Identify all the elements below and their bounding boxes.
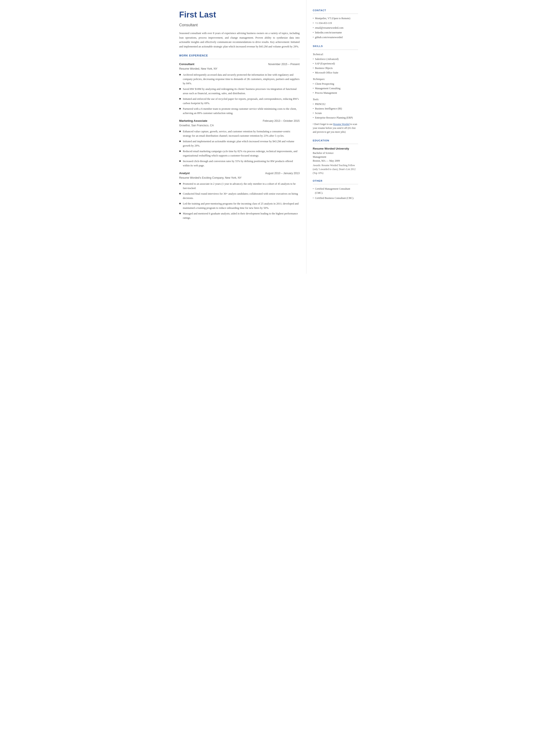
- other-list: •Certified Management Consultant (CMC). …: [313, 187, 358, 200]
- list-item: Increased click-through and conversion r…: [179, 159, 300, 168]
- skills-technical-label: Technical:: [313, 52, 358, 56]
- list-item: •Salesforce (Advanced): [313, 57, 358, 61]
- work-experience-section-title: WORK EXPERIENCE: [179, 54, 300, 58]
- resume-page: First Last Consultant Seasoned consultan…: [171, 0, 365, 274]
- job-3: Analyst August 2010 – January 2013 Resum…: [179, 171, 300, 220]
- bullet-icon: [179, 74, 181, 75]
- list-item: •Scrum: [313, 111, 358, 115]
- skills-tools-list: •PRINCE2 •Business Intelligence (BI) •Sc…: [313, 102, 358, 120]
- job-3-company: Resume Worded's Exciting Company, New Yo…: [179, 176, 300, 180]
- list-item: Partnered with a 6-member team to promot…: [179, 107, 300, 115]
- job-2-company: Growthsi, San Francisco, CA: [179, 124, 300, 127]
- skills-techniques-label: Techniques:: [313, 77, 358, 81]
- list-item: Reduced email marketing campaign cycle t…: [179, 149, 300, 158]
- list-item: •github.com/resumeworded: [313, 35, 358, 39]
- job-3-bullets: Promoted to an associate in 2 years (1 y…: [179, 182, 300, 220]
- contact-list: •Montpelier, VT (Open to Remote) •+1-334…: [313, 16, 358, 39]
- bullet-icon: [179, 193, 181, 194]
- list-item: •Enterprise Resource Planning (ERP): [313, 116, 358, 120]
- skills-tools-label: Tools:: [313, 98, 358, 101]
- list-item: •Business Intelligence (BI): [313, 107, 358, 111]
- job-2-header: Marketing Associate February 2013 – Octo…: [179, 119, 300, 123]
- summary: Seasoned consultant with over 8 years of…: [179, 31, 300, 49]
- job-1-bullets: Archived infrequently accessed data and …: [179, 72, 300, 115]
- education-degree: Bachelor of Science: [313, 151, 358, 155]
- bullet-icon: [179, 160, 181, 162]
- education-location: Boston, MA — May 2009: [313, 159, 358, 163]
- title: Consultant: [179, 22, 300, 28]
- education-section-title: EDUCATION: [313, 139, 358, 142]
- bullet-icon: [179, 130, 181, 132]
- list-item: Managed and mentored 6 graduate analysts…: [179, 211, 300, 220]
- job-3-header: Analyst August 2010 – January 2013: [179, 171, 300, 176]
- education-divider: [313, 144, 358, 144]
- list-item: •Microsoft Office Suite: [313, 71, 358, 74]
- list-item: Initiated and implemented an actionable …: [179, 139, 300, 148]
- list-item: •Process Management: [313, 91, 358, 95]
- list-item: Enhanced value capture, growth, service,…: [179, 129, 300, 138]
- contact-section-title: CONTACT: [313, 9, 358, 12]
- skills-section-title: SKILLS: [313, 44, 358, 48]
- bullet-icon: [179, 108, 181, 109]
- list-item: Conducted final round interviews for 30+…: [179, 192, 300, 200]
- job-2: Marketing Associate February 2013 – Octo…: [179, 119, 300, 168]
- list-item: Saved RW $18M by analyzing and redesigni…: [179, 87, 300, 96]
- bullet-icon: [179, 213, 181, 214]
- list-item: •Certified Management Consultant (CMC).: [313, 187, 358, 195]
- job-2-bullets: Enhanced value capture, growth, service,…: [179, 129, 300, 168]
- job-1: Consultant November 2015 – Present Resum…: [179, 62, 300, 115]
- list-item: Led the training and peer-mentoring prog…: [179, 202, 300, 210]
- education-awards: Awards: Resume Worded Teaching Fellow (o…: [313, 164, 358, 175]
- job-3-dates: August 2010 – January 2013: [265, 171, 300, 176]
- left-column: First Last Consultant Seasoned consultan…: [171, 0, 306, 274]
- list-item: •email@resumeworded.com: [313, 26, 358, 30]
- education-school: Resume Worded University: [313, 147, 358, 151]
- list-item: Archived infrequently accessed data and …: [179, 72, 300, 86]
- list-item: •SAP (Experienced): [313, 62, 358, 66]
- list-item: Promoted to an associate in 2 years (1 y…: [179, 182, 300, 190]
- list-item: •+1-334-453-119: [313, 21, 358, 25]
- skills-techniques-list: •Client Prospecting •Management Consulti…: [313, 82, 358, 95]
- bullet-icon: [179, 183, 181, 184]
- list-item: •Business Objects: [313, 66, 358, 70]
- name: First Last: [179, 9, 300, 21]
- list-item: Initiated and enforced the use of recycl…: [179, 97, 300, 105]
- bullet-icon: [179, 203, 181, 204]
- right-column: CONTACT •Montpelier, VT (Open to Remote)…: [306, 0, 365, 274]
- job-1-dates: November 2015 – Present: [268, 62, 300, 66]
- job-2-title: Marketing Associate: [179, 119, 208, 123]
- bullet-icon: [179, 141, 181, 142]
- list-item: •Certified Business Consultant (CBC).: [313, 196, 358, 200]
- list-item: •Client Prospecting: [313, 82, 358, 86]
- skills-divider: [313, 49, 358, 50]
- bullet-icon: [179, 98, 181, 99]
- resume-worded-link[interactable]: Resume Worded: [333, 123, 350, 126]
- list-item: •linkedin.com/in/username: [313, 31, 358, 35]
- list-item: •PRINCE2: [313, 102, 358, 106]
- skills-technical-list: •Salesforce (Advanced) •SAP (Experienced…: [313, 57, 358, 74]
- job-2-dates: February 2013 – October 2015: [263, 119, 300, 123]
- education-field: Management: [313, 155, 358, 159]
- job-1-title: Consultant: [179, 62, 195, 66]
- job-1-company: Resume Worded, New York, NY: [179, 67, 300, 71]
- bullet-icon: [179, 88, 181, 90]
- list-item: •Montpelier, VT (Open to Remote): [313, 16, 358, 20]
- resume-worded-note: • Don't forget to use Resume Worded to s…: [313, 122, 358, 134]
- contact-divider: [313, 14, 358, 14]
- job-1-header: Consultant November 2015 – Present: [179, 62, 300, 66]
- bullet-icon: [179, 151, 181, 152]
- job-3-title: Analyst: [179, 171, 190, 176]
- other-section-title: OTHER: [313, 179, 358, 183]
- list-item: •Management Consulting: [313, 86, 358, 90]
